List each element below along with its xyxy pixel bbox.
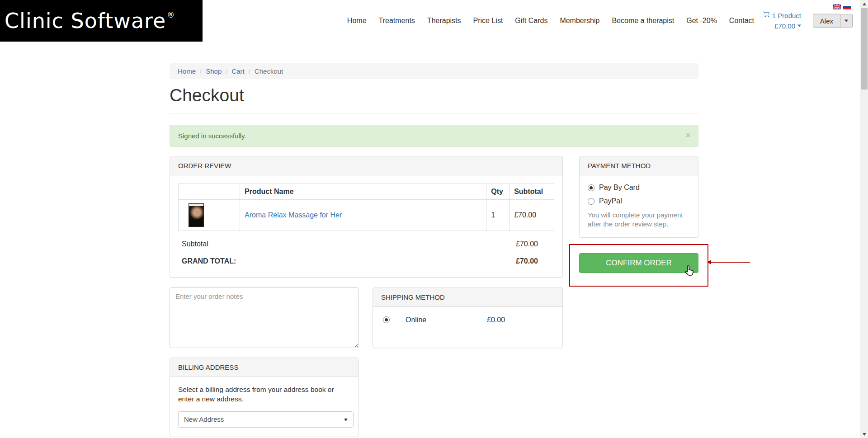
breadcrumb-current: Checkout (255, 67, 283, 75)
chevron-down-icon (344, 419, 348, 421)
header: Clinic Software® Home Treatments Therapi… (0, 0, 868, 42)
order-table: Product Name Qty Subtotal Aroma Relax Ma… (178, 184, 554, 231)
product-qty-cell: 1 (486, 200, 509, 231)
pay-by-card-label: Pay By Card (599, 184, 640, 192)
user-button[interactable]: Alex (813, 14, 840, 28)
logo-text: Clinic Software® (5, 9, 175, 33)
paypal-option[interactable]: PayPal (588, 197, 690, 205)
main-nav: Home Treatments Therapists Price List Gi… (347, 0, 754, 42)
col-image-header (179, 184, 240, 200)
scrollbar (860, 0, 868, 438)
user-dropdown-toggle[interactable] (840, 14, 853, 28)
order-review-panel: ORDER REVIEW Product Name Qty Subtotal A… (170, 156, 563, 278)
payment-method-panel: PAYMENT METHOD Pay By Card PayPal You wi… (579, 156, 698, 238)
shipping-option-label: Online (406, 316, 426, 324)
page-header: Checkout (170, 85, 698, 114)
billing-address-body: Select a billing address from your addre… (170, 377, 359, 436)
shipping-online-radio[interactable] (383, 316, 390, 323)
shipping-method-heading: SHIPPING METHOD (373, 288, 562, 307)
grand-total-value: £70.00 (516, 257, 538, 265)
cart-icon (763, 11, 770, 21)
pay-by-card-option[interactable]: Pay By Card (588, 184, 690, 192)
close-icon[interactable]: × (685, 131, 691, 140)
nav-item-gift-cards[interactable]: Gift Cards (515, 17, 547, 25)
payment-note: You will complete your payment after the… (588, 211, 690, 229)
nav-item-contact[interactable]: Contact (729, 17, 754, 25)
pay-by-card-radio[interactable] (588, 184, 594, 191)
col-product-name-header: Product Name (240, 184, 486, 200)
notes-shipping-row: SHIPPING METHOD Online £0.00 (170, 287, 563, 348)
subtotal-value: £70.00 (516, 240, 538, 248)
col-qty-header: Qty (486, 184, 509, 200)
grand-total-row: GRAND TOTAL: £70.00 (178, 254, 554, 269)
nav-item-price-list[interactable]: Price List (473, 17, 503, 25)
nav-item-become-a-therapist[interactable]: Become a therapist (612, 17, 674, 25)
left-column: ORDER REVIEW Product Name Qty Subtotal A… (170, 156, 563, 436)
breadcrumb-separator: / (249, 67, 250, 75)
payment-method-body: Pay By Card PayPal You will complete you… (580, 175, 698, 237)
breadcrumb-shop[interactable]: Shop (206, 67, 222, 75)
flag-sk-icon[interactable] (843, 4, 851, 9)
shipping-option-price: £0.00 (487, 316, 505, 324)
scrollbar-down-arrow[interactable] (860, 430, 868, 438)
nav-item-therapists[interactable]: Therapists (427, 17, 461, 25)
shipping-option-row: Online £0.00 (373, 307, 562, 334)
billing-address-select[interactable]: New Address (178, 411, 354, 428)
language-switcher (833, 4, 851, 9)
annotation-box: CONFIRM ORDER (569, 244, 708, 287)
alert-message: Signed in successfully. (178, 132, 246, 140)
cart-widget[interactable]: 1 Product £70.00 (763, 11, 801, 31)
order-review-heading: ORDER REVIEW (170, 156, 562, 175)
logo[interactable]: Clinic Software® (0, 0, 203, 42)
product-image-cell (179, 200, 240, 231)
breadcrumb-home[interactable]: Home (178, 67, 196, 75)
payment-method-heading: PAYMENT METHOD (580, 156, 698, 175)
breadcrumb-separator: / (200, 67, 202, 75)
product-subtotal-cell: £70.00 (509, 200, 554, 231)
confirm-order-button[interactable]: CONFIRM ORDER (579, 253, 698, 273)
product-thumbnail[interactable] (189, 203, 204, 227)
nav-item-get-discount[interactable]: Get -20% (686, 17, 717, 25)
order-table-header-row: Product Name Qty Subtotal (179, 184, 554, 200)
table-row: Aroma Relax Massage for Her 1 £70.00 (179, 200, 554, 231)
flag-en-icon[interactable] (833, 4, 841, 9)
registered-mark: ® (167, 10, 175, 19)
col-subtotal-header: Subtotal (509, 184, 554, 200)
content: Home / Shop / Cart / Checkout Checkout S… (170, 63, 698, 436)
order-notes-input[interactable] (170, 287, 359, 348)
success-alert: Signed in successfully. × (170, 125, 698, 147)
product-link[interactable]: Aroma Relax Massage for Her (245, 211, 342, 219)
breadcrumb-separator: / (226, 67, 227, 75)
page-title: Checkout (170, 85, 698, 105)
order-review-body: Product Name Qty Subtotal Aroma Relax Ma… (170, 175, 562, 277)
checkout-main: ORDER REVIEW Product Name Qty Subtotal A… (170, 156, 698, 436)
subtotal-label: Subtotal (182, 240, 208, 248)
product-name-cell: Aroma Relax Massage for Her (240, 200, 486, 231)
chevron-down-icon (797, 25, 801, 27)
shipping-method-panel: SHIPPING METHOD Online £0.00 (373, 287, 563, 348)
right-column: PAYMENT METHOD Pay By Card PayPal You wi… (579, 156, 698, 287)
billing-address-heading: BILLING ADDRESS (170, 358, 359, 377)
breadcrumb: Home / Shop / Cart / Checkout (170, 63, 698, 79)
subtotal-row: Subtotal £70.00 (178, 236, 554, 252)
billing-address-selected: New Address (184, 415, 224, 423)
nav-item-home[interactable]: Home (347, 17, 367, 25)
grand-total-label: GRAND TOTAL: (182, 257, 236, 265)
nav-item-treatments[interactable]: Treatments (379, 17, 415, 25)
annotation-arrow (711, 262, 750, 263)
cart-total: £70.00 (774, 21, 795, 31)
cart-count: 1 Product (772, 11, 801, 21)
billing-instruction: Select a billing address from your addre… (178, 385, 350, 404)
paypal-radio[interactable] (588, 198, 594, 205)
breadcrumb-cart[interactable]: Cart (231, 67, 244, 75)
scrollbar-thumb[interactable] (861, 8, 868, 89)
chevron-down-icon (844, 20, 848, 22)
nav-item-membership[interactable]: Membership (560, 17, 599, 25)
user-menu: Alex (813, 14, 853, 28)
scrollbar-up-arrow[interactable] (860, 0, 868, 8)
paypal-label: PayPal (599, 197, 622, 205)
billing-address-panel: BILLING ADDRESS Select a billing address… (170, 358, 359, 436)
